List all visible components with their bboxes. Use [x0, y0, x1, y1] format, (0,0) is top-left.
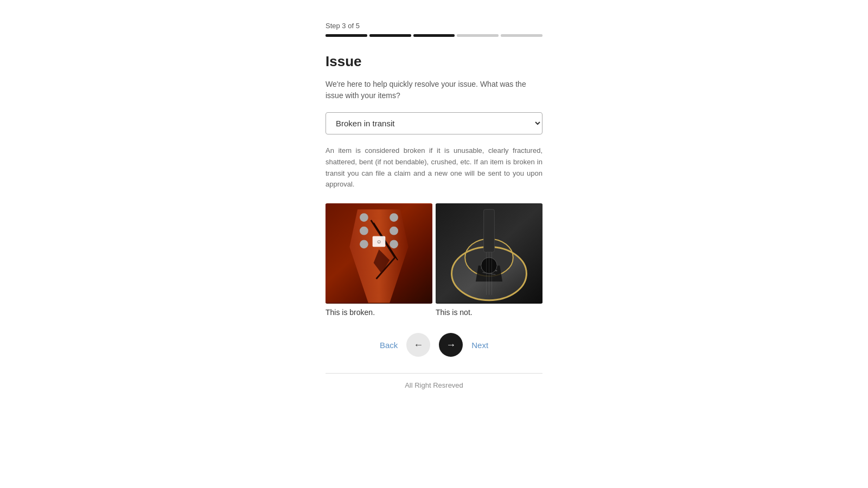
svg-point-1 [360, 213, 368, 222]
svg-point-4 [390, 213, 398, 222]
navigation-row: Back ← → Next [326, 333, 542, 357]
svg-point-6 [390, 240, 398, 249]
next-label[interactable]: Next [471, 341, 488, 350]
footer-text: All Right Resreved [326, 381, 542, 389]
svg-text:☺: ☺ [376, 239, 381, 245]
form-container: Step 3 of 5 Issue We're here to help qui… [326, 16, 542, 395]
intact-example-block: This is not. [436, 203, 542, 317]
svg-point-3 [360, 240, 368, 249]
progress-segment-2 [369, 34, 411, 37]
footer-divider [326, 373, 542, 374]
next-button[interactable]: → [439, 333, 463, 357]
issue-description: We're here to help quickly resolve your … [326, 79, 542, 101]
next-arrow-icon: → [446, 339, 456, 351]
images-row: ☺ This is broken. [326, 203, 542, 317]
issue-dropdown-wrapper: Broken in transit Missing item Wrong ite… [326, 112, 542, 134]
broken-image: ☺ [326, 203, 432, 304]
progress-segment-3 [413, 34, 455, 37]
progress-bar [326, 34, 542, 37]
broken-example-block: ☺ This is broken. [326, 203, 432, 317]
page-title: Issue [326, 53, 542, 70]
issue-select[interactable]: Broken in transit Missing item Wrong ite… [326, 112, 542, 134]
svg-point-5 [390, 227, 398, 235]
back-label[interactable]: Back [380, 341, 398, 350]
step-label: Step 3 of 5 [326, 22, 542, 30]
svg-point-2 [360, 227, 368, 235]
back-button[interactable]: ← [406, 333, 430, 357]
intact-image-caption: This is not. [436, 308, 542, 317]
progress-segment-4 [457, 34, 499, 37]
progress-segment-5 [501, 34, 542, 37]
page-wrapper: Step 3 of 5 Issue We're here to help qui… [11, 11, 857, 488]
broken-image-caption: This is broken. [326, 308, 432, 317]
svg-rect-21 [484, 209, 495, 252]
intact-image [436, 203, 542, 304]
broken-description: An item is considered broken if it is un… [326, 145, 542, 190]
back-arrow-icon: ← [413, 339, 423, 351]
progress-segment-1 [326, 34, 367, 37]
